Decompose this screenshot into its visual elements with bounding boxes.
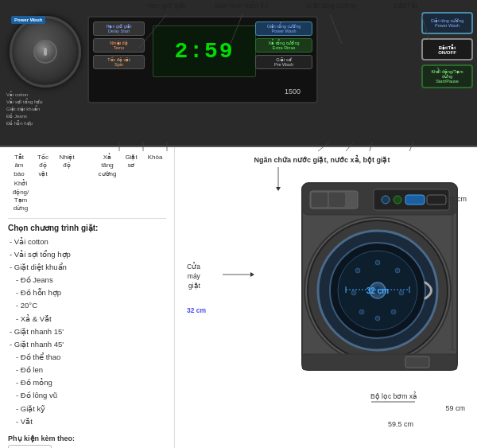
khoi-dong-label: Khởiđộng/Tạmdừng <box>8 180 33 213</box>
svg-text:32 cm: 32 cm <box>366 286 389 295</box>
panel-right-buttons: Giặt tăng cườngPower Wash Bật/TắtON/OFF … <box>421 12 473 88</box>
pre-wash-display-btn[interactable]: Giặt sơPre Wash <box>255 55 312 69</box>
svg-marker-46 <box>250 272 254 277</box>
accessories-title: Phụ kiện kèm theo: <box>8 434 166 442</box>
pump-arrow <box>371 398 419 406</box>
list-item: - Giặt diệt khuẩn <box>8 261 166 274</box>
list-item: - Vải sợi tổng hợp <box>8 248 166 261</box>
list-item: - Đồ hỗn hợp <box>8 286 166 299</box>
svg-rect-22 <box>405 195 425 205</box>
giat-so-label: Giặtsơ <box>120 154 142 178</box>
tat-am-bao-label: Tắtâmbáo <box>8 154 30 178</box>
svg-point-29 <box>355 268 360 273</box>
svg-point-20 <box>382 196 390 204</box>
dial-marker <box>44 48 47 56</box>
svg-point-33 <box>391 310 396 314</box>
list-item: - Giặt nhanh 45' <box>8 338 166 351</box>
dial-inner <box>33 40 57 64</box>
washing-machine-svg: 32 cm <box>286 175 469 386</box>
program-dial[interactable] <box>10 16 81 88</box>
display-panel: Hẹn giờ giặtDelay Start Nhiệt độTemo Tốc… <box>87 16 318 103</box>
list-item: - Giặt kỹ <box>8 403 166 415</box>
svg-marker-52 <box>276 187 281 191</box>
pipe-icon-box <box>8 445 52 448</box>
accessories-section: Phụ kiện kèm theo: Ống cấp nước <box>8 434 166 448</box>
panel-section: Power Wash Vải cotton Vải sợi tổng hợp G… <box>0 0 477 147</box>
svg-point-34 <box>375 316 380 321</box>
storage-arrow <box>246 167 310 191</box>
svg-point-35 <box>359 310 364 314</box>
list-item: - Xả & Vắt <box>8 313 166 325</box>
temp-btn[interactable]: Nhiệt độTemo <box>93 38 145 53</box>
start-pause-btn[interactable]: Khởi động/Tạm dừngStart/Pause <box>421 64 473 88</box>
power-wash-badge: Power Wash <box>11 16 45 24</box>
xa-tang-cuong-label: Xảtăngcường <box>96 154 118 178</box>
svg-point-30 <box>375 260 380 265</box>
svg-rect-23 <box>427 195 446 205</box>
depth-dim-label: 59 cm <box>445 404 465 412</box>
svg-point-31 <box>395 268 400 273</box>
svg-rect-18 <box>329 193 345 207</box>
height-arrow <box>448 203 457 350</box>
power-wash-big-btn[interactable]: Giặt tăng cườngPower Wash <box>421 12 473 34</box>
page-container: Power Wash Vải cotton Vải sợi tổng hợp G… <box>0 0 477 448</box>
door-arrow <box>223 269 254 281</box>
list-item: - 20°C <box>8 299 166 312</box>
svg-point-36 <box>351 290 356 295</box>
storage-label: Ngăn chứa nước giặt, nước xả, bột giặt <box>195 155 449 166</box>
left-info-column: Tắtâmbáo Tốcđộvật Nhiệtđộ Xảtăngcường Gi… <box>0 147 175 448</box>
right-machine-column: Ngăn chứa nước giặt, nước xả, bột giặt <box>175 147 477 448</box>
list-item: - Đồ Jeans <box>8 274 166 286</box>
list-item: - Giặt nhanh 15' <box>8 325 166 338</box>
svg-rect-39 <box>302 354 457 370</box>
display-right-buttons: Giặt tổng cườngPower Wash Xả tổng cườngE… <box>255 21 312 69</box>
program-title: Chọn chương trình giặt: <box>8 224 166 232</box>
width-dim-label: 59.5 cm <box>388 420 413 428</box>
list-item: - Vải cotton <box>8 236 166 248</box>
display-rpm: 1500 <box>285 88 301 95</box>
display-time: 2:59 <box>174 39 234 64</box>
height-dim-label: 85 cm <box>447 195 467 203</box>
delay-start-btn[interactable]: Hẹn giờ giặtDelay Start <box>93 21 145 36</box>
machine-diagram: Ngăn chứa nước giặt, nước xả, bột giặt <box>179 151 473 444</box>
list-item: - Đồ len <box>8 364 166 376</box>
program-list: - Vải cotton - Vải sợi tổng hợp - Giặt d… <box>8 236 166 428</box>
svg-rect-17 <box>312 193 328 207</box>
power-wash-display-btn[interactable]: Giặt tổng cườngPower Wash <box>255 21 312 36</box>
list-item: - Đồ mỏng <box>8 376 166 389</box>
bottom-panel-labels: Tắtâmbáo Tốcđộvật Nhiệtđộ Xảtăngcường Gi… <box>8 154 166 219</box>
toc-do-vat-label: Tốcđộvật <box>32 154 54 178</box>
khoa-label: Khóa <box>144 154 166 178</box>
spin-btn[interactable]: Tốc độ vậtSpin <box>93 55 145 69</box>
main-display-screen: 2:59 <box>153 25 256 77</box>
bottom-section: Tắtâmbáo Tốcđộvật Nhiệtđộ Xảtăngcường Gi… <box>0 147 477 448</box>
panel-left-labels: Vải cotton Vải sợi tổng hợp Giặt diệt kh… <box>6 92 43 127</box>
list-item: - Vắt <box>8 415 166 428</box>
extra-rinse-display-btn[interactable]: Xả tổng cườngExtra Rinse <box>255 38 312 53</box>
door-label: Cửamáygiặt <box>187 263 200 291</box>
nhiet-do-label: Nhiệtđộ <box>56 154 78 178</box>
drum-size-label: 32 cm <box>187 306 206 314</box>
svg-point-32 <box>399 290 404 295</box>
on-off-btn[interactable]: Bật/TắtON/OFF <box>421 38 473 60</box>
display-left-buttons: Hẹn giờ giặtDelay Start Nhiệt độTemo Tốc… <box>93 21 145 69</box>
svg-point-21 <box>394 196 401 204</box>
svg-rect-40 <box>405 356 429 368</box>
list-item: - Đồ thể thao <box>8 351 166 364</box>
list-item: - Đồ lông vũ <box>8 389 166 402</box>
